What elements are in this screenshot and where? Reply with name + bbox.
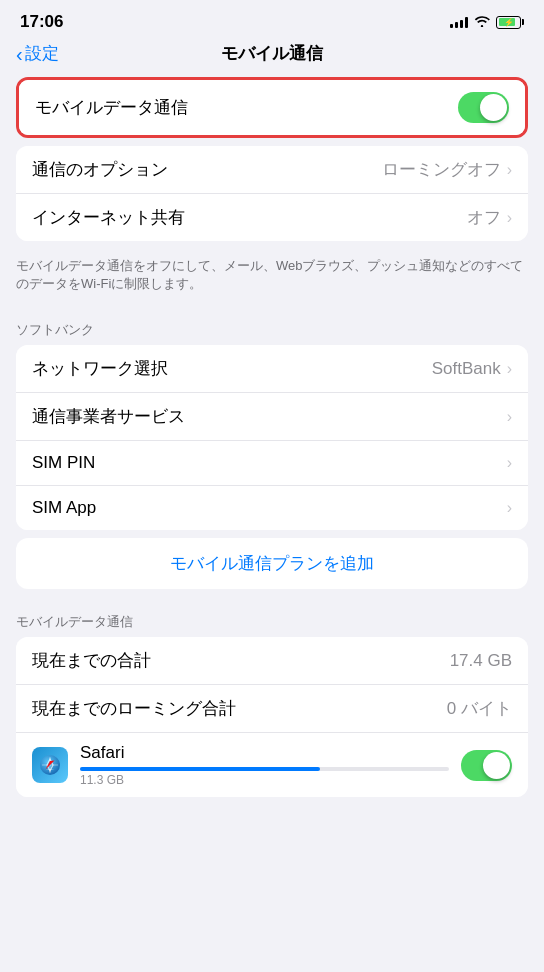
usage-section-label: モバイルデータ通信 xyxy=(0,597,544,637)
options-label: 通信のオプション xyxy=(32,158,168,181)
mobile-data-label: モバイルデータ通信 xyxy=(35,96,188,119)
carrier-section-label: ソフトバンク xyxy=(0,305,544,345)
mobile-data-note: モバイルデータ通信をオフにして、メール、Webブラウズ、プッシュ通知などのすべて… xyxy=(0,249,544,305)
back-chevron-icon: ‹ xyxy=(16,44,23,64)
options-chevron-icon: › xyxy=(507,161,512,179)
safari-row-right xyxy=(461,750,512,781)
hotspot-value: オフ xyxy=(467,206,501,229)
safari-toggle-thumb xyxy=(483,752,510,779)
toggle-thumb xyxy=(480,94,507,121)
back-label: 設定 xyxy=(25,42,59,65)
mobile-data-row: モバイルデータ通信 xyxy=(19,80,525,135)
options-value-group: ローミングオフ › xyxy=(382,158,512,181)
safari-app-info: Safari 11.3 GB xyxy=(80,743,449,787)
add-plan-label: モバイル通信プランを追加 xyxy=(170,552,374,575)
sim-app-right: › xyxy=(507,499,512,517)
safari-usage-bar-wrap xyxy=(80,767,449,771)
sim-app-row[interactable]: SIM App › xyxy=(16,486,528,530)
network-chevron-icon: › xyxy=(507,360,512,378)
network-label: ネットワーク選択 xyxy=(32,357,168,380)
sim-pin-row[interactable]: SIM PIN › xyxy=(16,441,528,486)
page-title: モバイル通信 xyxy=(221,42,323,65)
safari-app-name: Safari xyxy=(80,743,449,763)
total-usage-label: 現在までの合計 xyxy=(32,649,151,672)
signal-icon xyxy=(450,16,468,28)
wifi-icon xyxy=(474,15,490,30)
nav-bar: ‹ 設定 モバイル通信 xyxy=(0,38,544,77)
roaming-usage-row: 現在までのローミング合計 0 バイト xyxy=(16,685,528,733)
safari-usage-bar xyxy=(80,767,320,771)
options-card: 通信のオプション ローミングオフ › インターネット共有 オフ › xyxy=(16,146,528,241)
mobile-data-card: モバイルデータ通信 xyxy=(16,77,528,138)
roaming-value: 0 バイト xyxy=(447,697,512,720)
carrier-service-row[interactable]: 通信事業者サービス › xyxy=(16,393,528,441)
status-bar: 17:06 ⚡ xyxy=(0,0,544,38)
usage-card: 現在までの合計 17.4 GB 現在までのローミング合計 0 バイト xyxy=(16,637,528,797)
carrier-service-right: › xyxy=(507,408,512,426)
battery-icon: ⚡ xyxy=(496,16,524,29)
sim-pin-right: › xyxy=(507,454,512,472)
options-row[interactable]: 通信のオプション ローミングオフ › xyxy=(16,146,528,194)
carrier-card: ネットワーク選択 SoftBank › 通信事業者サービス › SIM PIN … xyxy=(16,345,528,530)
total-usage-row: 現在までの合計 17.4 GB xyxy=(16,637,528,685)
status-icons: ⚡ xyxy=(450,15,524,30)
network-value: SoftBank xyxy=(432,359,501,379)
back-button[interactable]: ‹ 設定 xyxy=(16,42,59,65)
carrier-service-chevron-icon: › xyxy=(507,408,512,426)
sim-app-chevron-icon: › xyxy=(507,499,512,517)
safari-icon xyxy=(32,747,68,783)
hotspot-label: インターネット共有 xyxy=(32,206,185,229)
sim-app-label: SIM App xyxy=(32,498,96,518)
hotspot-chevron-icon: › xyxy=(507,209,512,227)
network-selection-row[interactable]: ネットワーク選択 SoftBank › xyxy=(16,345,528,393)
add-plan-button[interactable]: モバイル通信プランを追加 xyxy=(16,538,528,589)
safari-app-row: Safari 11.3 GB xyxy=(16,733,528,797)
add-plan-card: モバイル通信プランを追加 xyxy=(16,538,528,589)
hotspot-row[interactable]: インターネット共有 オフ › xyxy=(16,194,528,241)
total-usage-value: 17.4 GB xyxy=(450,651,512,671)
safari-toggle[interactable] xyxy=(461,750,512,781)
network-value-group: SoftBank › xyxy=(432,359,512,379)
status-time: 17:06 xyxy=(20,12,63,32)
roaming-label: 現在までのローミング合計 xyxy=(32,697,236,720)
safari-usage-amount: 11.3 GB xyxy=(80,773,449,787)
mobile-data-toggle[interactable] xyxy=(458,92,509,123)
sim-pin-chevron-icon: › xyxy=(507,454,512,472)
options-value: ローミングオフ xyxy=(382,158,501,181)
carrier-service-label: 通信事業者サービス xyxy=(32,405,185,428)
hotspot-value-group: オフ › xyxy=(467,206,512,229)
sim-pin-label: SIM PIN xyxy=(32,453,95,473)
content-area: モバイルデータ通信 通信のオプション ローミングオフ › インターネット共有 オ… xyxy=(0,77,544,969)
